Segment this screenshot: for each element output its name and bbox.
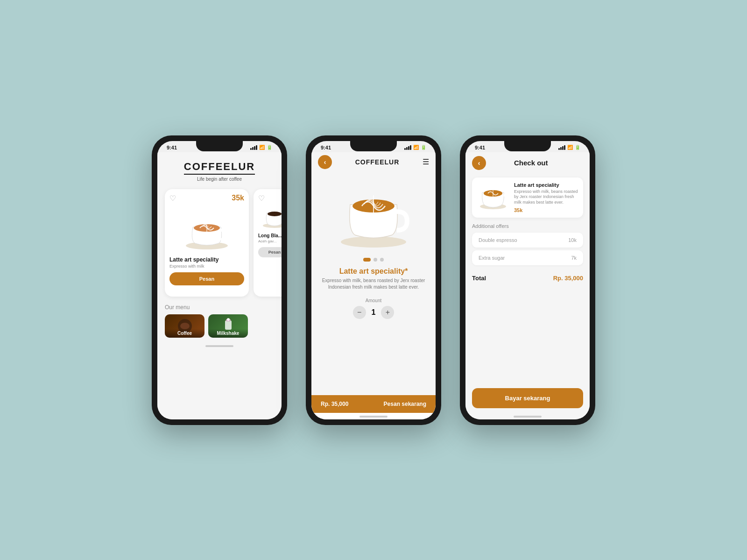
product-image	[327, 177, 420, 251]
latte-image-1	[176, 206, 237, 253]
milkshake-cat-label: Milkshake	[208, 329, 248, 338]
home-indicator-1	[157, 341, 282, 349]
menu-cat-coffee[interactable]: Coffee	[165, 314, 204, 338]
card-subtitle-2: Aceh gav...	[258, 239, 282, 243]
amount-value: 1	[372, 308, 376, 317]
heart-icon-1[interactable]: ♡	[169, 194, 176, 203]
card-price-1: 35k	[169, 194, 244, 202]
additional-offers: Additional offers Double espresso 10k Ex…	[465, 221, 590, 270]
product-info: Latte art speciality* Expresso with milk…	[311, 263, 436, 294]
checkout-item-image	[477, 182, 509, 210]
order-button[interactable]: Pesan sekarang	[384, 401, 426, 407]
offer-row-2: Extra sugar 7k	[472, 250, 583, 265]
offer-price-2: 7k	[571, 255, 577, 261]
dot-1	[363, 258, 371, 262]
status-icons-2: 📶 🔋	[404, 145, 426, 150]
checkout-item-name: Latte art speciality	[514, 182, 578, 188]
signal-bars-icon	[250, 145, 257, 150]
checkout-item-desc: Expresso with milk, beans roasted by Jer…	[514, 189, 578, 206]
svg-rect-7	[225, 320, 232, 330]
checkout-header: ‹ Check out	[465, 152, 590, 174]
total-amount: Rp. 35,000	[553, 275, 583, 282]
checkout-title: Check out	[514, 159, 548, 167]
offer-name-1: Double espresso	[479, 237, 517, 243]
svg-point-6	[180, 323, 190, 329]
notch-2	[350, 141, 397, 151]
menu-categories: Coffee Milkshake	[165, 314, 274, 338]
decrease-button[interactable]: −	[353, 306, 366, 319]
pesan-button-2[interactable]: Pesan	[258, 247, 282, 257]
total-row: Total Rp. 35,000	[465, 270, 590, 286]
notch-3	[504, 141, 551, 151]
checkout-content: ‹ Check out	[465, 152, 590, 419]
amount-label: Amount	[315, 298, 432, 303]
home-indicator-2	[311, 413, 436, 419]
checkout-item-price: 35k	[514, 207, 578, 213]
detail-nav: ‹ COFFEELUR ☰	[311, 152, 436, 172]
card-subtitle-1: Expresso with milk	[169, 264, 244, 269]
svg-point-4	[268, 212, 282, 216]
status-time-1: 9:41	[167, 145, 177, 150]
featured-card-1: ♡ 35k	[165, 189, 249, 297]
status-time-3: 9:41	[475, 145, 485, 150]
dot-2	[374, 258, 377, 262]
status-time-2: 9:41	[321, 145, 331, 150]
home-indicator-3	[465, 414, 590, 419]
pay-button[interactable]: Bayar sekarang	[472, 388, 583, 408]
battery-icon: 🔋	[267, 145, 272, 150]
brand-tagline: Life begin after coffee	[167, 177, 272, 182]
dot-indicators	[311, 258, 436, 262]
product-desc: Expresso with milk, beans roasted by Jer…	[321, 277, 426, 291]
offer-row-1: Double espresso 10k	[472, 233, 583, 248]
card-title-1: Latte art speciality	[169, 256, 244, 263]
detail-price: Rp. 35,000	[321, 401, 348, 407]
phones-container: 9:41 📶 🔋 COFFEELUR Life begin after coff…	[152, 135, 595, 425]
detail-content: ‹ COFFEELUR ☰	[311, 152, 436, 419]
asterisk: *	[405, 267, 408, 275]
our-menu-title: Our menu	[165, 304, 274, 311]
status-icons-1: 📶 🔋	[250, 145, 272, 150]
battery-icon-2: 🔋	[421, 145, 426, 150]
amount-section: Amount − 1 +	[311, 294, 436, 323]
additional-title: Additional offers	[472, 223, 583, 229]
checkout-item-card: Latte art speciality Expresso with milk,…	[472, 177, 583, 218]
signal-bars-3	[558, 145, 565, 150]
increase-button[interactable]: +	[381, 306, 394, 319]
heart-icon-2[interactable]: ♡	[258, 194, 265, 203]
total-label: Total	[472, 275, 486, 282]
battery-icon-3: 🔋	[575, 145, 580, 150]
coffee-cat-label: Coffee	[165, 329, 204, 338]
back-button-3[interactable]: ‹	[472, 156, 486, 170]
featured-card-2: ♡ Long Bla... Aceh gav... P	[254, 189, 282, 297]
back-button-2[interactable]: ‹	[318, 155, 332, 169]
wifi-icon: 📶	[259, 145, 265, 150]
amount-controls: − 1 +	[315, 306, 432, 319]
notch	[196, 141, 243, 151]
our-menu-section: Our menu Coffee	[157, 300, 282, 341]
product-name: Latte art speciality*	[321, 267, 426, 276]
pesan-button-1[interactable]: Pesan	[169, 272, 244, 285]
signal-bars-2	[404, 145, 411, 150]
offer-name-2: Extra sugar	[479, 255, 505, 261]
brand-section: COFFEELUR Life begin after coffee	[157, 156, 282, 185]
status-icons-3: 📶 🔋	[558, 145, 580, 150]
product-hero	[311, 172, 436, 256]
nav-brand-2: COFFEELUR	[355, 158, 400, 166]
menu-icon-2[interactable]: ☰	[423, 157, 429, 166]
featured-cards: ♡ 35k	[157, 185, 282, 300]
svg-point-9	[227, 318, 230, 321]
brand-name: COFFEELUR	[184, 161, 255, 175]
wifi-icon-3: 📶	[567, 145, 573, 150]
phone-checkout: 9:41 📶 🔋 ‹ Check out	[460, 135, 595, 425]
menu-cat-milkshake[interactable]: Milkshake	[208, 314, 248, 338]
home-content: COFFEELUR Life begin after coffee ♡ 35k	[157, 152, 282, 419]
phone-detail: 9:41 📶 🔋 ‹ COFFEELUR ☰	[306, 135, 441, 425]
card-title-2: Long Bla...	[258, 233, 282, 238]
detail-bottom-bar[interactable]: Rp. 35,000 Pesan sekarang	[311, 395, 436, 413]
checkout-item-info: Latte art speciality Expresso with milk,…	[514, 182, 578, 213]
offer-price-1: 10k	[568, 237, 577, 243]
wifi-icon-2: 📶	[413, 145, 419, 150]
black-image	[258, 201, 282, 229]
phone-home: 9:41 📶 🔋 COFFEELUR Life begin after coff…	[152, 135, 287, 425]
dot-3	[380, 258, 384, 262]
